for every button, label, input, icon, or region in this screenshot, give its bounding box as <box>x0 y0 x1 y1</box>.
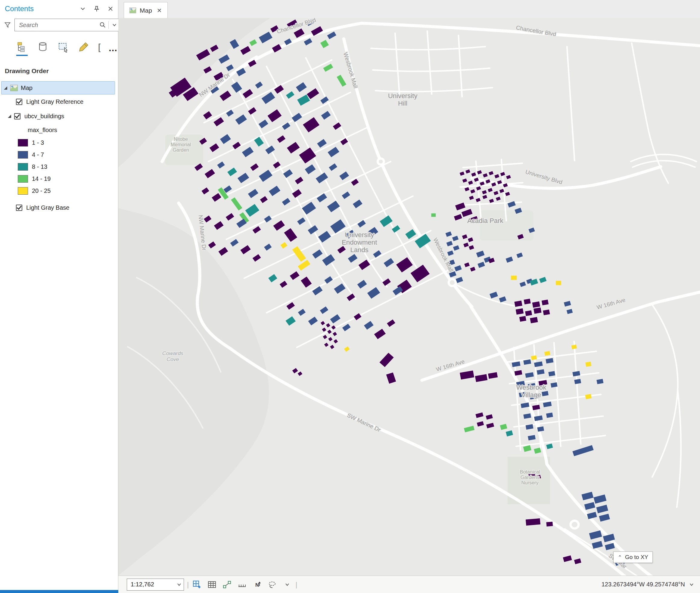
tree-item-light-gray-reference[interactable]: Light Gray Reference <box>0 94 118 109</box>
close-icon[interactable] <box>107 5 114 12</box>
list-by-editing-button[interactable] <box>77 40 90 53</box>
list-by-drawing-order-button[interactable] <box>16 40 28 53</box>
list-by-data-source-button[interactable] <box>36 40 49 53</box>
filter-icon[interactable] <box>4 22 11 28</box>
layer-label: Light Gray Reference <box>26 98 83 105</box>
layer-checkbox[interactable] <box>16 205 22 211</box>
chevron-down-icon <box>177 583 181 587</box>
north-arrow-icon[interactable]: N <box>252 580 262 590</box>
table-icon[interactable] <box>207 580 217 590</box>
drawing-order-heading: Drawing Order <box>0 53 118 75</box>
pin-icon[interactable] <box>93 5 100 12</box>
list-by-selection-button[interactable] <box>57 40 70 53</box>
legend-class-label: 8 - 13 <box>32 163 47 170</box>
svg-text:BotanicalGardensNursery: BotanicalGardensNursery <box>520 469 540 485</box>
tab-label: Map <box>140 7 152 14</box>
divider: | <box>295 580 297 589</box>
layer-checkbox[interactable] <box>16 99 22 105</box>
chevron-down-icon[interactable] <box>689 582 694 587</box>
tree-item-ubcv-buildings[interactable]: ubcv_buildings <box>0 109 118 123</box>
legend-class-row[interactable]: 4 - 7 <box>0 149 118 161</box>
legend-swatch[interactable] <box>18 151 28 159</box>
legend-class-label: 20 - 25 <box>32 188 50 194</box>
expand-triangle-icon[interactable] <box>4 86 7 90</box>
search-input[interactable] <box>19 22 99 29</box>
chevron-down-icon[interactable] <box>282 580 292 590</box>
legend-class-row[interactable]: 1 - 3 <box>0 136 118 149</box>
legend-class-label: 1 - 3 <box>32 139 44 146</box>
layer-checkbox[interactable] <box>14 113 21 119</box>
svg-text:N: N <box>255 582 259 588</box>
terrain-layer <box>118 18 700 576</box>
measure-icon[interactable] <box>237 580 247 590</box>
tree-item-light-gray-base[interactable]: Light Gray Base <box>0 200 118 215</box>
collapse-caret-icon[interactable]: ⌃ <box>618 554 622 560</box>
chevron-down-icon[interactable] <box>111 22 118 28</box>
legend-class-row[interactable]: 14 - 19 <box>0 173 118 185</box>
map-region: Map ✕ <box>118 0 700 593</box>
expand-triangle-icon[interactable] <box>8 115 11 118</box>
svg-text:Acadia Park: Acadia Park <box>467 217 504 225</box>
panel-accent-strip <box>0 590 118 593</box>
legend-class-label: 14 - 19 <box>32 175 50 182</box>
scale-select[interactable]: 1:12,762 <box>127 579 184 591</box>
contents-panel-title: Contents <box>5 4 79 13</box>
svg-text:NitobeMemorialGarden: NitobeMemorialGarden <box>171 136 191 153</box>
grid-select-icon[interactable] <box>192 580 202 590</box>
legend-swatch[interactable] <box>18 163 28 170</box>
map-status-bar: 1:12,762 | N <box>118 576 700 593</box>
tab-map[interactable]: Map ✕ <box>124 2 168 18</box>
chevron-down-icon[interactable] <box>79 5 86 12</box>
contents-toolbar: [ … <box>0 31 118 53</box>
map-canvas[interactable]: Chancellor BlvdChancellor BlvdUniversity… <box>118 18 700 576</box>
tree-item-map[interactable]: Map <box>1 81 115 94</box>
legend-class-label: 4 - 7 <box>32 151 44 158</box>
map-icon <box>130 7 136 13</box>
layers-tree: Map Light Gray Reference ubcv_buildings … <box>0 81 118 215</box>
map-icon <box>10 85 18 91</box>
divider: | <box>187 580 189 589</box>
go-to-xy-label: Go to XY <box>625 554 648 560</box>
map-svg: Chancellor BlvdChancellor BlvdUniversity… <box>118 18 700 576</box>
snapping-icon[interactable] <box>222 580 232 590</box>
search-icon[interactable] <box>99 22 106 28</box>
layer-label: ubcv_buildings <box>24 113 64 120</box>
tree-item-label: Map <box>21 84 33 91</box>
legend-class-row[interactable]: 8 - 13 <box>0 161 118 173</box>
legend-swatch[interactable] <box>18 139 28 147</box>
legend-field-label: max_floors <box>28 127 57 133</box>
coordinates-readout: 123.2673494°W 49.2574748°N <box>601 581 685 588</box>
status-bar-tools: N <box>192 580 292 590</box>
view-tab-bar: Map ✕ <box>118 0 700 18</box>
tab-close-icon[interactable]: ✕ <box>157 7 162 14</box>
list-by-snapping-button[interactable]: [ <box>98 42 101 53</box>
search-row <box>0 17 118 31</box>
go-to-xy-popup[interactable]: ⌃ Go to XY <box>613 551 653 563</box>
scale-value: 1:12,762 <box>131 581 154 588</box>
lasso-icon[interactable] <box>267 580 277 590</box>
contents-panel: Contents <box>0 0 118 593</box>
arcgis-pro-window: Contents <box>0 0 700 593</box>
legend-swatch[interactable] <box>18 187 28 195</box>
search-box <box>14 18 120 31</box>
toolbar-overflow-button[interactable]: … <box>108 45 118 53</box>
divider <box>108 21 109 29</box>
legend-class-row[interactable]: 20 - 25 <box>0 185 118 197</box>
legend-swatch[interactable] <box>18 175 28 183</box>
legend-field-row: max_floors <box>0 123 118 136</box>
layer-label: Light Gray Base <box>26 204 69 211</box>
contents-panel-header: Contents <box>0 0 118 17</box>
